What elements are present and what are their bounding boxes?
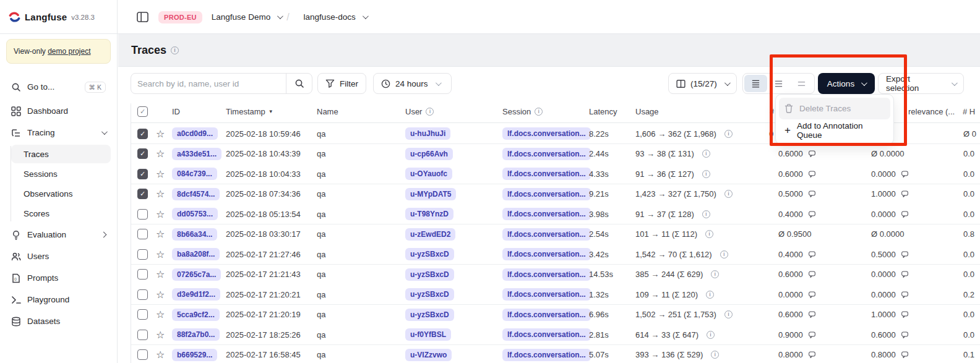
session-id-badge[interactable]: lf.docs.conversation...: [502, 168, 591, 180]
session-id-badge[interactable]: lf.docs.conversation...: [502, 349, 591, 361]
filter-button[interactable]: Filter: [317, 73, 366, 94]
session-id-badge[interactable]: lf.docs.conversation...: [502, 208, 591, 220]
table-row[interactable]: ☆ 084c739... 2025-02-18 10:04:33 qa u-OY…: [131, 164, 980, 184]
row-checkbox[interactable]: [137, 249, 148, 260]
menu-item-add-to-annotation-queue[interactable]: + Add to Annotation Queue: [779, 119, 890, 141]
sidebar-item-users[interactable]: Users: [6, 247, 111, 266]
actions-button[interactable]: Actions: [818, 73, 875, 94]
comment-bubble-icon[interactable]: [901, 331, 909, 339]
comment-bubble-icon[interactable]: [808, 250, 816, 258]
bookmark-star-icon[interactable]: ☆: [156, 224, 165, 244]
table-row[interactable]: ☆ 88f2a7b0... 2025-02-17 18:25:26 qa u-f…: [131, 325, 980, 345]
row-checkbox[interactable]: [137, 189, 148, 199]
table-row[interactable]: ☆ 8dcf4574... 2025-02-18 07:34:36 qa u-M…: [131, 184, 980, 205]
trace-id-badge[interactable]: 084c739...: [172, 168, 217, 180]
comment-bubble-icon[interactable]: [808, 310, 816, 318]
row-checkbox[interactable]: [137, 148, 148, 159]
trace-id-badge[interactable]: ba8a208f...: [172, 248, 220, 260]
comment-bubble-icon[interactable]: [901, 190, 909, 198]
table-row[interactable]: ☆ a433de51... 2025-02-18 10:43:39 qa u-c…: [131, 144, 980, 164]
bookmark-star-icon[interactable]: ☆: [156, 204, 165, 224]
sidebar-toggle-icon[interactable]: [137, 12, 148, 22]
info-icon[interactable]: [711, 351, 719, 359]
info-icon[interactable]: [702, 210, 710, 218]
trace-id-badge[interactable]: a0cd0d9...: [172, 127, 218, 140]
trace-id-badge[interactable]: 88f2a7b0...: [172, 328, 220, 341]
bookmark-star-icon[interactable]: ☆: [156, 164, 165, 184]
user-id-badge[interactable]: u-f0YfBSL: [405, 328, 451, 341]
column-header-id[interactable]: ID: [172, 100, 180, 122]
sidebar-item-observations[interactable]: Observations: [11, 184, 111, 203]
column-header-session[interactable]: Session: [502, 100, 543, 122]
info-icon[interactable]: [724, 130, 733, 138]
goto-search[interactable]: Go to... ⌘ K: [6, 77, 111, 96]
bookmark-star-icon[interactable]: ☆: [156, 284, 165, 304]
user-id-badge[interactable]: u-cp66Avh: [405, 148, 453, 160]
info-icon[interactable]: [720, 250, 728, 258]
user-id-badge[interactable]: u-VIZzvwo: [405, 349, 452, 361]
sidebar-item-sessions[interactable]: Sessions: [11, 164, 111, 183]
table-row[interactable]: ☆ ba8a208f... 2025-02-17 21:27:46 qa u-y…: [131, 244, 980, 265]
row-checkbox[interactable]: [137, 129, 148, 139]
bookmark-star-icon[interactable]: ☆: [156, 345, 165, 363]
column-header-user[interactable]: User: [405, 100, 434, 122]
info-icon[interactable]: [702, 150, 710, 158]
session-id-badge[interactable]: lf.docs.conversation...: [502, 148, 591, 160]
session-id-badge[interactable]: lf.docs.conversation...: [502, 248, 591, 260]
sidebar-item-traces[interactable]: Traces: [11, 145, 111, 163]
comment-bubble-icon[interactable]: [808, 150, 816, 158]
user-id-badge[interactable]: u-MYpDAT5: [405, 188, 456, 200]
column-header-relevance[interactable]: relevance (...: [908, 100, 955, 122]
session-id-badge[interactable]: lf.docs.conversation...: [502, 228, 591, 241]
trace-id-badge[interactable]: 8b66a34...: [172, 228, 217, 241]
comment-bubble-icon[interactable]: [901, 250, 909, 258]
comment-bubble-icon[interactable]: [901, 210, 909, 218]
info-icon[interactable]: [171, 46, 179, 54]
comment-bubble-icon[interactable]: [808, 190, 816, 198]
comment-bubble-icon[interactable]: [901, 310, 909, 318]
row-checkbox[interactable]: [137, 289, 148, 300]
menu-item-delete-traces[interactable]: Delete Traces: [779, 98, 890, 119]
row-height-medium-button[interactable]: [767, 75, 790, 92]
comment-bubble-icon[interactable]: [901, 351, 909, 359]
column-header-latency[interactable]: Latency: [589, 100, 617, 122]
session-id-badge[interactable]: lf.docs.conversation...: [502, 309, 591, 321]
demo-project-link[interactable]: demo project: [48, 47, 90, 56]
bookmark-star-icon[interactable]: ☆: [156, 124, 165, 143]
session-id-badge[interactable]: lf.docs.conversation...: [502, 288, 591, 301]
info-icon[interactable]: [724, 190, 733, 198]
comment-bubble-icon[interactable]: [901, 291, 909, 299]
table-row[interactable]: ☆ 8b66a34... 2025-02-18 03:30:17 qa u-zE…: [131, 224, 980, 245]
info-icon[interactable]: [702, 170, 710, 178]
export-selection-button[interactable]: Export selection: [878, 73, 964, 94]
sidebar-item-prompts[interactable]: {} Prompts: [6, 268, 111, 288]
bookmark-star-icon[interactable]: ☆: [156, 244, 165, 264]
time-range-button[interactable]: 24 hours: [373, 73, 452, 94]
table-row[interactable]: ☆ dd05753... 2025-02-18 05:13:54 qa u-T9…: [131, 204, 980, 224]
user-id-badge[interactable]: u-yzSBxcD: [405, 268, 454, 281]
info-icon[interactable]: [706, 291, 714, 299]
trace-id-badge[interactable]: 5cca9cf2...: [172, 309, 220, 321]
info-icon[interactable]: [705, 230, 713, 238]
table-row[interactable]: ☆ 5cca9cf2... 2025-02-17 21:20:19 qa u-y…: [131, 305, 980, 325]
bookmark-star-icon[interactable]: ☆: [156, 305, 165, 325]
sidebar-item-tracing[interactable]: Tracing: [6, 123, 111, 142]
table-row[interactable]: ☆ 07265c7a... 2025-02-17 21:21:43 qa u-y…: [131, 265, 980, 285]
row-checkbox[interactable]: [137, 349, 148, 360]
trace-id-badge[interactable]: 8dcf4574...: [172, 188, 220, 200]
search-input[interactable]: [131, 74, 286, 93]
column-visibility-button[interactable]: (15/27): [668, 73, 737, 94]
comment-bubble-icon[interactable]: [808, 291, 816, 299]
session-id-badge[interactable]: lf.docs.conversation...: [502, 268, 591, 281]
table-row[interactable]: ☆ b669529... 2025-02-17 16:58:45 qa u-VI…: [131, 345, 980, 363]
trace-id-badge[interactable]: b669529...: [172, 349, 217, 361]
sidebar-item-datasets[interactable]: Datasets: [6, 312, 111, 331]
sidebar-item-evaluation[interactable]: Evaluation: [6, 225, 111, 244]
user-id-badge[interactable]: u-zEwdED2: [405, 228, 455, 241]
session-id-badge[interactable]: lf.docs.conversation...: [502, 127, 591, 140]
table-row[interactable]: ☆ d3e9d1f2... 2025-02-17 21:20:21 qa u-y…: [131, 284, 980, 305]
comment-bubble-icon[interactable]: [808, 170, 816, 178]
row-checkbox[interactable]: [137, 269, 148, 280]
column-header-name[interactable]: Name: [317, 100, 338, 122]
comment-bubble-icon[interactable]: [808, 210, 816, 218]
